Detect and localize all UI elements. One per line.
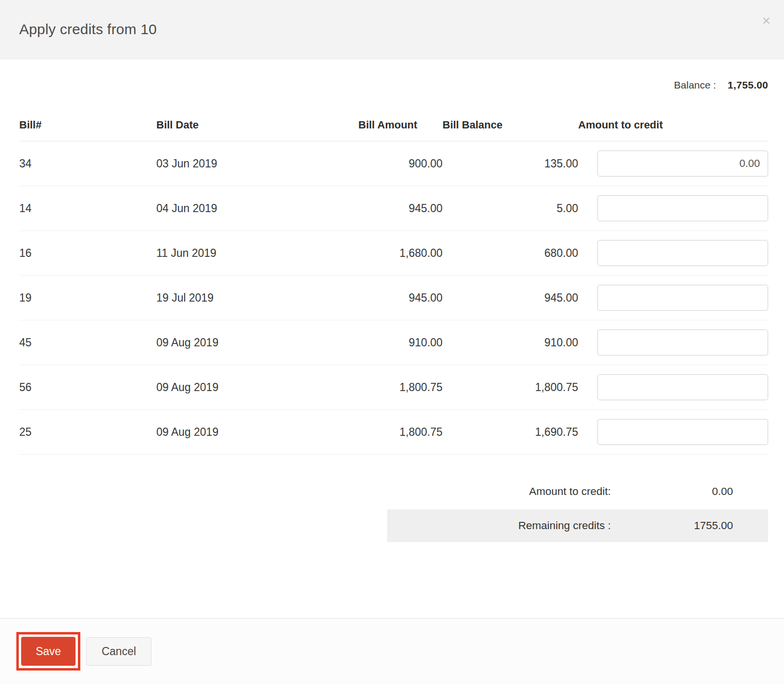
balance-label: Balance : [674,79,716,90]
column-header-bill-balance: Bill Balance [443,119,578,141]
amount-to-credit-input[interactable] [597,285,768,311]
bill-date: 19 Jul 2019 [156,276,358,320]
bill-no: 34 [19,141,156,186]
table-row: 45 09 Aug 2019 910.00 910.00 [19,320,768,365]
column-header-bill-amount: Bill Amount [358,119,443,141]
bill-amount: 900.00 [358,141,443,186]
bill-no: 19 [19,276,156,320]
save-button[interactable]: Save [21,637,76,666]
table-row: 25 09 Aug 2019 1,800.75 1,690.75 [19,410,768,455]
bill-no: 45 [19,320,156,365]
amount-to-credit-total-row: Amount to credit: 0.00 [19,477,768,507]
modal-title: Apply credits from 10 [19,21,157,38]
amount-to-credit-total-value: 0.00 [611,485,768,498]
bill-no: 14 [19,186,156,231]
balance-value: 1,755.00 [728,79,768,90]
bill-date: 09 Aug 2019 [156,320,358,365]
bill-no: 16 [19,231,156,276]
remaining-credits-label: Remaining credits : [518,519,611,532]
modal-footer: Save Cancel [0,618,784,684]
bill-date: 04 Jun 2019 [156,186,358,231]
bill-date: 09 Aug 2019 [156,365,358,410]
modal-header: Apply credits from 10 × [0,0,784,59]
amount-to-credit-input[interactable] [597,195,768,221]
save-button-highlight: Save [16,632,80,671]
amount-to-credit-input[interactable] [597,151,768,177]
bill-amount: 1,800.75 [358,365,443,410]
bill-balance: 5.00 [443,186,578,231]
amount-to-credit-input[interactable] [597,374,768,400]
amount-to-credit-total-label: Amount to credit: [529,485,611,498]
column-header-bill-no: Bill# [19,119,156,141]
remaining-credits-value: 1755.00 [611,519,768,532]
bill-no: 25 [19,410,156,455]
amount-to-credit-input[interactable] [597,329,768,355]
amount-to-credit-input[interactable] [597,419,768,445]
column-header-amount-to-credit: Amount to credit [578,119,768,141]
bill-date: 03 Jun 2019 [156,141,358,186]
bill-balance: 135.00 [443,141,578,186]
bill-date: 11 Jun 2019 [156,231,358,276]
bill-date: 09 Aug 2019 [156,410,358,455]
modal-content: Balance :1,755.00 Bill# Bill Date Bill A… [0,79,784,542]
table-row: 19 19 Jul 2019 945.00 945.00 [19,276,768,320]
table-row: 14 04 Jun 2019 945.00 5.00 [19,186,768,231]
table-row: 16 11 Jun 2019 1,680.00 680.00 [19,231,768,276]
bill-balance: 1,690.75 [443,410,578,455]
bill-amount: 1,680.00 [358,231,443,276]
bill-balance: 910.00 [443,320,578,365]
remaining-credits-row: Remaining credits : 1755.00 [387,509,768,542]
amount-to-credit-input[interactable] [597,240,768,266]
table-row: 34 03 Jun 2019 900.00 135.00 [19,141,768,186]
close-icon[interactable]: × [762,13,771,28]
bill-amount: 910.00 [358,320,443,365]
bill-amount: 945.00 [358,186,443,231]
bill-amount: 945.00 [358,276,443,320]
table-header-row: Bill# Bill Date Bill Amount Bill Balance… [19,119,768,141]
bill-balance: 680.00 [443,231,578,276]
bill-amount: 1,800.75 [358,410,443,455]
credits-summary: Amount to credit: 0.00 Remaining credits… [19,477,768,542]
balance-row: Balance :1,755.00 [19,79,768,91]
cancel-button[interactable]: Cancel [86,637,152,666]
bill-balance: 1,800.75 [443,365,578,410]
bills-table: Bill# Bill Date Bill Amount Bill Balance… [19,119,768,455]
column-header-bill-date: Bill Date [156,119,358,141]
bill-balance: 945.00 [443,276,578,320]
table-row: 56 09 Aug 2019 1,800.75 1,800.75 [19,365,768,410]
bill-no: 56 [19,365,156,410]
apply-credits-modal: Apply credits from 10 × Balance :1,755.0… [0,0,784,542]
